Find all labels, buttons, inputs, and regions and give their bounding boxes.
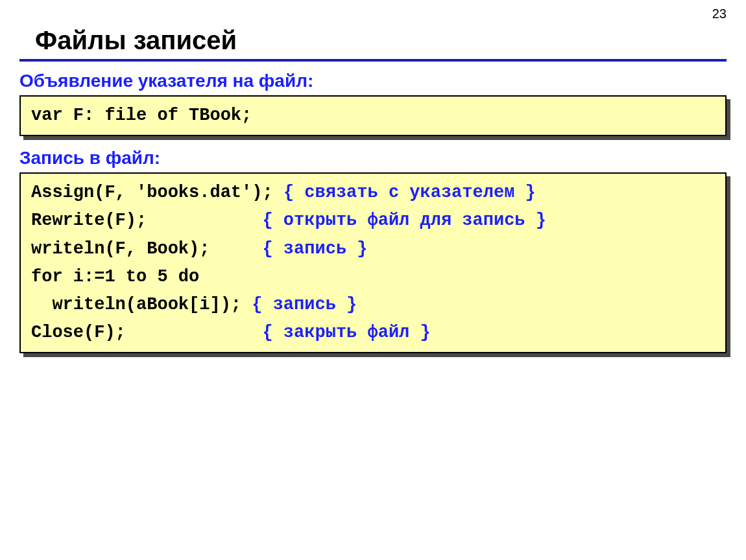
code-comment: { запись }: [252, 295, 357, 314]
code-comment: { открыть файл для запись }: [262, 211, 546, 230]
code-block-declaration: var F: file of TBook;: [19, 95, 727, 136]
code-block-write: Assign(F, 'books.dat'); { связать с указ…: [19, 172, 727, 353]
title-divider: [19, 59, 727, 62]
section-label-declaration: Объявление указателя на файл:: [19, 71, 727, 91]
code-content: var F: file of TBook;: [19, 95, 727, 136]
code-comment: { связать с указателем }: [283, 183, 536, 202]
code-comment: { закрыть файл }: [262, 323, 430, 342]
code-line: var F: file of TBook;: [31, 106, 252, 125]
code-comment: { запись }: [262, 239, 367, 259]
code-text: writeln(F, Book);: [31, 239, 262, 259]
section-label-write: Запись в файл:: [19, 148, 727, 169]
code-text: Close(F);: [31, 323, 262, 342]
code-text: writeln(aBook[i]);: [31, 295, 252, 314]
code-text: Assign(F, 'books.dat');: [31, 183, 283, 202]
slide-title: Файлы записей: [35, 26, 727, 55]
page-number: 23: [712, 6, 727, 21]
code-content: Assign(F, 'books.dat'); { связать с указ…: [19, 172, 727, 353]
code-text: for i:=1 to 5 do: [31, 267, 199, 286]
code-text: Rewrite(F);: [31, 211, 262, 230]
slide: 23 Файлы записей Объявление указателя на…: [0, 0, 746, 560]
